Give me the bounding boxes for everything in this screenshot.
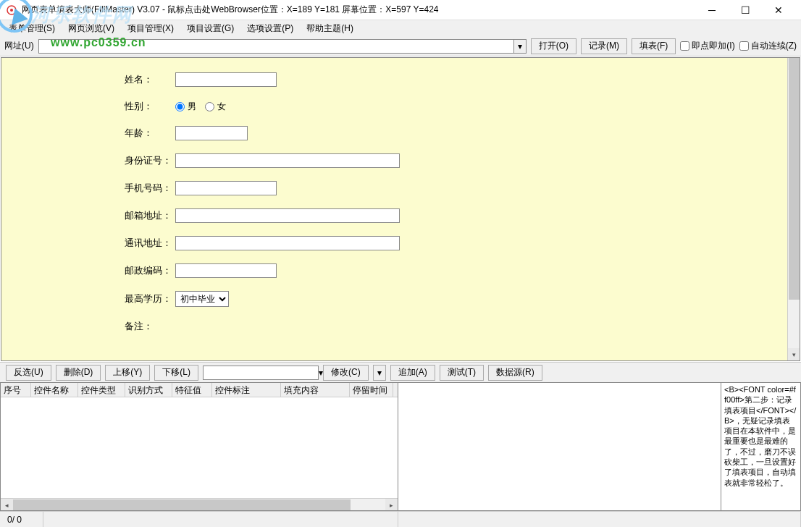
status-rest [398,512,801,527]
delete-button[interactable]: 删除(D) [56,365,101,381]
scroll-left-arrow-icon[interactable]: ◂ [1,499,13,511]
preview-panel[interactable] [398,382,721,511]
postcode-label: 邮政编码： [125,264,175,277]
menubar: 表单管理(S) 网页浏览(V) 项目管理(X) 项目设置(G) 选项设置(P) … [0,20,801,36]
menu-project-mgmt[interactable]: 项目管理(X) [122,21,180,36]
open-button[interactable]: 打开(O) [531,38,576,54]
append-button[interactable]: 追加(A) [390,365,435,381]
action-combo-input[interactable] [204,366,318,379]
titlebar: 网页表单填表大师(FillMaster) V3.07 - 鼠标点击处WebBro… [0,0,801,20]
maximize-button[interactable]: ☐ [729,0,762,20]
scroll-right-arrow-icon[interactable]: ▸ [385,499,398,511]
close-button[interactable]: ✕ [762,0,795,20]
instant-add-check[interactable]: 即点即加(I) [680,40,734,52]
modify-button[interactable]: 修改(C) [323,365,369,381]
gender-male-option[interactable]: 男 [175,101,196,113]
grid-body[interactable] [1,397,398,499]
action-combo: ▾ [203,366,319,380]
window-title: 网页表单填表大师(FillMaster) V3.07 - 鼠标点击处WebBro… [22,4,695,16]
age-input[interactable] [175,126,248,140]
age-label: 年龄： [125,127,175,140]
email-input[interactable] [175,208,400,223]
auto-continue-checkbox[interactable] [739,41,749,51]
col-feature[interactable]: 特征值 [172,383,212,397]
fill-button[interactable]: 填表(F) [632,38,676,54]
content-vertical-scrollbar[interactable]: ▴ ▾ [787,58,800,360]
movedown-button[interactable]: 下移(L) [154,365,198,381]
idcard-input[interactable] [175,153,400,168]
test-button[interactable]: 测试(T) [440,365,484,381]
url-combo: ▾ [38,39,527,54]
col-ctrllabel[interactable]: 控件标注 [212,383,281,397]
info-panel: <B><FONT color=#ff00ff>第二步：记录填表项目</FONT>… [721,382,801,511]
h-scroll-thumb[interactable] [13,499,351,510]
gender-female-radio[interactable] [205,102,214,111]
app-icon [6,4,17,16]
svg-point-1 [10,9,13,12]
action-combo-dropdown-icon[interactable]: ▾ [318,366,323,379]
instant-add-checkbox[interactable] [680,41,689,51]
postcode-input[interactable] [175,263,277,278]
menu-web-browse[interactable]: 网页浏览(V) [62,21,120,36]
datasource-button[interactable]: 数据源(R) [488,365,542,381]
toolbar: 网址(U) ▾ 打开(O) 记录(M) 填表(F) 即点即加(I) 自动连续(Z… [0,36,801,56]
idcard-label: 身份证号： [125,154,175,167]
scroll-down-arrow-icon[interactable]: ▾ [788,348,800,360]
education-label: 最高学历： [125,292,175,305]
phone-label: 手机号码： [125,182,175,195]
grid-horizontal-scrollbar[interactable]: ◂ ▸ [1,498,398,510]
phone-input[interactable] [175,181,277,195]
url-input[interactable] [38,39,513,54]
statusbar: 0/ 0 [0,511,801,527]
url-dropdown-button[interactable]: ▾ [513,39,527,54]
lower-panels: 序号 控件名称 控件类型 识别方式 特征值 控件标注 填充内容 停留时间 ◂ ▸… [0,382,801,511]
name-label: 姓名： [125,73,175,86]
grid-panel: 序号 控件名称 控件类型 识别方式 特征值 控件标注 填充内容 停留时间 ◂ ▸ [0,382,398,511]
address-label: 通讯地址： [125,237,175,250]
grid-header: 序号 控件名称 控件类型 识别方式 特征值 控件标注 填充内容 停留时间 [1,383,398,397]
modify-dropdown-icon[interactable]: ▾ [373,365,386,381]
remark-label: 备注： [125,320,175,333]
menu-project-settings[interactable]: 项目设置(G) [181,21,240,36]
auto-continue-check[interactable]: 自动连续(Z) [739,40,797,52]
browser-content: 姓名： 性别： 男 女 年龄： 身份证号： 手 [1,57,800,361]
col-ctrltype[interactable]: 控件类型 [78,383,125,397]
url-label: 网址(U) [4,40,34,52]
gender-female-option[interactable]: 女 [205,101,226,113]
col-recog[interactable]: 识别方式 [125,383,172,397]
moveup-button[interactable]: 上移(Y) [105,365,150,381]
gender-label: 性别： [125,100,175,113]
col-seq[interactable]: 序号 [1,383,31,397]
web-form: 姓名： 性别： 男 女 年龄： 身份证号： 手 [1,58,800,333]
col-fillcontent[interactable]: 填充内容 [281,383,350,397]
education-select[interactable]: 初中毕业 [175,291,229,307]
status-counter: 0/ 0 [0,512,43,527]
address-input[interactable] [175,236,400,250]
invert-button[interactable]: 反选(U) [6,365,51,381]
scroll-thumb[interactable] [789,58,800,300]
menu-form-mgmt[interactable]: 表单管理(S) [3,21,61,36]
name-input[interactable] [175,72,277,87]
action-bar: 反选(U) 删除(D) 上移(Y) 下移(L) ▾ 修改(C) ▾ 追加(A) … [0,362,801,382]
status-spacer [43,512,398,527]
col-ctrlname[interactable]: 控件名称 [31,383,78,397]
email-label: 邮箱地址： [125,209,175,222]
col-staytime[interactable]: 停留时间 [350,383,393,397]
menu-help[interactable]: 帮助主题(H) [301,21,359,36]
menu-option-settings[interactable]: 选项设置(P) [241,21,299,36]
gender-male-radio[interactable] [175,102,185,111]
record-button[interactable]: 记录(M) [581,38,627,54]
minimize-button[interactable]: ─ [695,0,729,20]
